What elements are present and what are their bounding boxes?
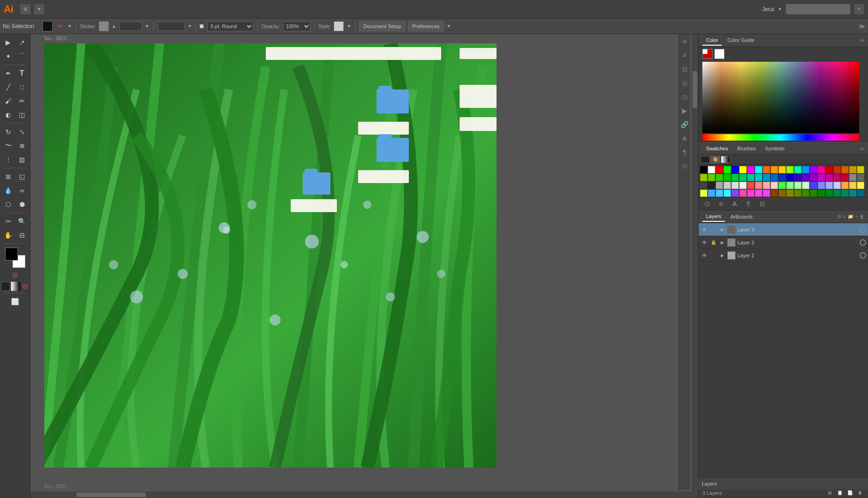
swatch-49[interactable] bbox=[755, 182, 762, 189]
swatch-56[interactable] bbox=[810, 182, 817, 189]
warp-tool[interactable]: 〜 bbox=[2, 139, 15, 152]
brush-icon[interactable]: ✏ bbox=[55, 22, 65, 31]
link-icon[interactable]: 🔗 bbox=[678, 118, 691, 131]
layer-2-eye[interactable]: 👁 bbox=[700, 239, 708, 246]
swatch-47[interactable] bbox=[739, 182, 747, 189]
hand-tool[interactable]: ✋ bbox=[2, 229, 15, 242]
swatch-46[interactable] bbox=[731, 182, 739, 189]
tab-color[interactable]: Color bbox=[702, 36, 722, 46]
swatch-21[interactable] bbox=[700, 174, 707, 181]
rotate-tool[interactable]: ↻ bbox=[2, 125, 15, 138]
swatch-17[interactable] bbox=[833, 166, 841, 173]
layer-3-expand[interactable]: ▶ bbox=[719, 226, 725, 233]
swatch-76[interactable] bbox=[802, 190, 809, 197]
layer-2-expand[interactable]: ▶ bbox=[719, 239, 725, 246]
swatch-71[interactable] bbox=[763, 190, 770, 197]
swatch-60[interactable] bbox=[841, 182, 849, 189]
swatch-13[interactable] bbox=[802, 166, 809, 173]
fill-color-box[interactable] bbox=[42, 21, 53, 31]
tab-layers[interactable]: Layers bbox=[702, 212, 725, 222]
swatch-2[interactable] bbox=[716, 166, 723, 173]
layer-3-circle[interactable] bbox=[860, 226, 866, 233]
direct-select-tool[interactable]: ↗ bbox=[16, 36, 29, 49]
swatch-54[interactable] bbox=[794, 182, 802, 189]
gradient-btn[interactable] bbox=[11, 282, 20, 291]
swatch-50[interactable] bbox=[763, 182, 770, 189]
make-layer-btn[interactable]: 📋 bbox=[836, 489, 844, 497]
swatch-55[interactable] bbox=[802, 182, 809, 189]
canvas-vertical-scrollbar[interactable] bbox=[692, 34, 698, 498]
swatches-expand-btn[interactable]: ≫ bbox=[860, 146, 864, 151]
swatch-66[interactable] bbox=[724, 190, 731, 197]
swatch-1[interactable] bbox=[708, 166, 715, 173]
selection-tool[interactable]: ▶ bbox=[2, 36, 15, 49]
eyedropper-tool[interactable]: 💧 bbox=[2, 184, 15, 197]
swatch-79[interactable] bbox=[826, 190, 833, 197]
swatch-4[interactable] bbox=[731, 166, 739, 173]
layers-folder-btn[interactable]: 📁 bbox=[848, 214, 853, 219]
stroke-icon[interactable]: ◎ bbox=[678, 77, 691, 89]
swatch-15[interactable] bbox=[818, 166, 825, 173]
paintbrush-tool[interactable]: 🖌 bbox=[2, 95, 15, 107]
tab-symbols[interactable]: Symbols bbox=[761, 144, 788, 153]
swatch-68[interactable] bbox=[739, 190, 747, 197]
swatch-61[interactable] bbox=[849, 182, 856, 189]
no-fill-icon[interactable]: ⊘ bbox=[9, 269, 21, 281]
canvas-area[interactable]: Scr... 2017... bbox=[30, 34, 698, 498]
swatch-83[interactable] bbox=[857, 190, 864, 197]
layer-3-eye[interactable]: 👁 bbox=[700, 226, 708, 233]
show-color-swatches-btn[interactable]: 🎨 bbox=[711, 156, 720, 163]
swatch-67[interactable] bbox=[731, 190, 739, 197]
brush-arrow[interactable]: ▼ bbox=[67, 24, 72, 29]
slice-tool[interactable]: ✂ bbox=[2, 215, 15, 228]
tool2[interactable]: ⊕ bbox=[714, 197, 727, 210]
swatch-48[interactable] bbox=[747, 182, 754, 189]
align-icon[interactable]: ≡ bbox=[678, 49, 691, 62]
swatch-31[interactable] bbox=[778, 174, 786, 181]
swatch-35[interactable] bbox=[810, 174, 817, 181]
layer-2-circle[interactable] bbox=[860, 239, 866, 246]
layer-1-expand[interactable]: ▶ bbox=[719, 252, 725, 259]
username-arrow[interactable]: ▼ bbox=[778, 6, 782, 12]
swatch-36[interactable] bbox=[818, 174, 825, 181]
blob-brush-tool[interactable]: ◐ bbox=[2, 108, 15, 121]
gradient-tool[interactable]: ◱ bbox=[16, 170, 29, 183]
swatch-82[interactable] bbox=[849, 190, 856, 197]
swatch-3[interactable] bbox=[724, 166, 731, 173]
preferences-arrow[interactable]: ▼ bbox=[447, 24, 451, 29]
panel-collapse-icon[interactable]: ≫ bbox=[858, 23, 865, 30]
swatch-51[interactable] bbox=[771, 182, 778, 189]
swatch-57[interactable] bbox=[818, 182, 825, 189]
search-input[interactable] bbox=[786, 4, 850, 14]
magic-wand-tool[interactable]: ✦ bbox=[2, 50, 15, 63]
pathfinder-icon[interactable]: ⊟ bbox=[678, 63, 691, 76]
swatch-41[interactable] bbox=[857, 174, 864, 181]
show-all-swatches-btn[interactable] bbox=[700, 156, 710, 163]
swatch-63[interactable] bbox=[700, 190, 707, 197]
swatch-20[interactable] bbox=[857, 166, 864, 173]
swatch-9[interactable] bbox=[771, 166, 778, 173]
print-tiling-btn[interactable]: ⬜ bbox=[5, 295, 25, 308]
type-icon[interactable]: A bbox=[678, 132, 691, 145]
perspective-tool[interactable]: ⬢ bbox=[16, 198, 29, 211]
swatch-80[interactable] bbox=[833, 190, 841, 197]
rect-tool[interactable]: □ bbox=[16, 81, 29, 94]
swatch-73[interactable] bbox=[778, 190, 786, 197]
scroll-thumb-h[interactable] bbox=[77, 492, 146, 497]
swatch-0[interactable] bbox=[700, 166, 707, 173]
document-setup-button[interactable]: Document Setup bbox=[359, 21, 405, 31]
layer-row-2[interactable]: 👁 🔒 ▶ Layer 2 bbox=[699, 236, 868, 249]
layer-row-1[interactable]: 👁 ▶ Layer 1 bbox=[699, 249, 868, 262]
fill-arrow[interactable]: ▼ bbox=[188, 24, 192, 29]
live-paint-tool[interactable]: ⬡ bbox=[2, 198, 15, 211]
style-color-box[interactable] bbox=[334, 21, 344, 31]
swatch-72[interactable] bbox=[771, 190, 778, 197]
stroke-color-box[interactable] bbox=[99, 21, 109, 31]
free-transform-tool[interactable]: ⊕ bbox=[16, 139, 29, 152]
layer-1-eye[interactable]: 👁 bbox=[700, 252, 708, 259]
swatch-14[interactable] bbox=[810, 166, 817, 173]
swatch-12[interactable] bbox=[794, 166, 802, 173]
opacity-select[interactable]: 100% bbox=[283, 21, 311, 31]
transform-icon[interactable]: ⊕ bbox=[678, 35, 691, 48]
layers-grid-view[interactable]: ⊞ bbox=[838, 214, 841, 219]
